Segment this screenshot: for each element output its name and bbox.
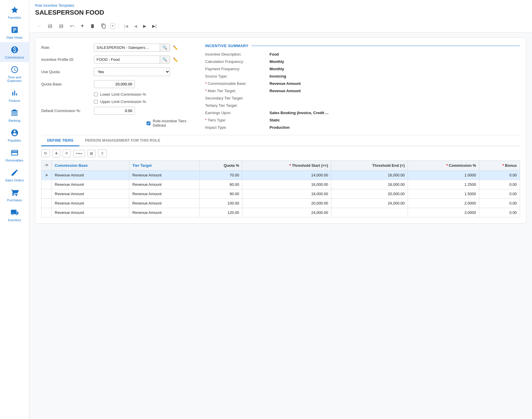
cell-threshold-end-0[interactable]: 16,000.00 (331, 171, 408, 180)
profile-id-search-button[interactable]: 🔍 (160, 56, 170, 63)
next-button[interactable]: ▶ (141, 23, 148, 30)
table-filter-button[interactable]: ⊠ (87, 150, 96, 157)
cell-threshold-start-2[interactable]: 18,000.00 (242, 189, 331, 199)
tab-define-tiers[interactable]: DEFINE TIERS (41, 135, 79, 146)
last-button[interactable]: ▶| (150, 23, 158, 30)
table-row[interactable]: Revenue Amount Revenue Amount 100.00 20,… (42, 199, 520, 208)
cell-quota-pct-2[interactable]: 90.00 (199, 189, 242, 199)
cell-bonus-1[interactable]: 0.00 (479, 180, 520, 189)
clock-icon (10, 65, 19, 74)
cell-commission-base-1[interactable]: Revenue Amount (52, 180, 129, 189)
toolbar: ← + ▾ |◀ ◀ ▶ ▶| (35, 19, 526, 32)
cell-tier-target-1[interactable]: Revenue Amount (129, 180, 200, 189)
default-commission-field (94, 107, 135, 115)
cell-threshold-start-0[interactable]: 14,000.00 (242, 171, 331, 180)
cell-commission-base-0[interactable]: Revenue Amount (52, 171, 129, 180)
summary-row-10: Impact Type: Production (205, 125, 520, 130)
tab-person-management[interactable]: PERSON MANAGEMENT FOR THIS ROLE (79, 135, 166, 146)
sidebar-item-time-expenses[interactable]: Time and Expenses (0, 62, 29, 85)
sidebar-item-favorites[interactable]: Favorites (0, 2, 29, 22)
summary-value-1: Monthly (270, 59, 284, 64)
first-button[interactable]: |◀ (122, 23, 130, 30)
table-fit-button[interactable]: ↦↤ (73, 150, 85, 157)
lower-limit-checkbox[interactable] (94, 92, 98, 96)
cell-commission-pct-2[interactable]: 1.5000 (408, 189, 479, 199)
sidebar-item-label: Finance (9, 99, 20, 102)
copy-dropdown[interactable]: ▾ (110, 23, 115, 29)
sidebar-item-receivables[interactable]: Receivables (0, 145, 29, 165)
cell-threshold-end-3[interactable]: 24,000.00 (331, 199, 408, 208)
use-quota-row: Use Quota: Yes No (41, 68, 193, 76)
cell-quota-pct-3[interactable]: 100.00 (199, 199, 242, 208)
sidebar-item-data-views[interactable]: Data Views (0, 22, 29, 42)
table-row[interactable]: > Revenue Amount Revenue Amount 70.00 14… (42, 171, 520, 180)
cell-bonus-3[interactable]: 0.00 (479, 199, 520, 208)
sidebar-item-sales-orders[interactable]: Sales Orders (0, 165, 29, 185)
profile-id-row: Incentive Profile ID: 🔍 ✏️ (41, 56, 193, 63)
cell-threshold-end-2[interactable]: 20,000.00 (331, 189, 408, 199)
save-button-2[interactable] (57, 22, 66, 30)
cell-tier-target-4[interactable]: Revenue Amount (129, 208, 200, 217)
table-row[interactable]: Revenue Amount Revenue Amount 90.00 18,0… (42, 189, 520, 199)
summary-label-3: Source Type: (205, 74, 270, 78)
undo-button[interactable] (68, 22, 77, 30)
upper-limit-checkbox[interactable] (94, 100, 98, 104)
cell-tier-target-2[interactable]: Revenue Amount (129, 189, 200, 199)
copy-button[interactable] (99, 22, 108, 30)
sidebar-item-banking[interactable]: Banking (0, 105, 29, 125)
summary-label-4: Commissionable Base: (205, 81, 270, 86)
cell-commission-pct-1[interactable]: 1.2500 (408, 180, 479, 189)
summary-label-1: Calculation Frequency: (205, 59, 270, 64)
role-incentive-tiers-label: Role-Incentive Tiers Defined (153, 119, 193, 128)
table-export-button[interactable]: ⇧ (98, 150, 107, 157)
save-button-1[interactable] (46, 22, 54, 30)
cell-commission-base-4[interactable]: Revenue Amount (52, 208, 129, 217)
purchases-icon (10, 188, 19, 197)
summary-label-8: Earnings Upon: (205, 111, 270, 115)
role-incentive-tiers-checkbox[interactable] (147, 121, 150, 125)
use-quota-select[interactable]: Yes No (94, 68, 170, 76)
default-commission-input[interactable] (94, 107, 135, 115)
cell-commission-pct-0[interactable]: 1.0000 (408, 171, 479, 180)
table-row[interactable]: Revenue Amount Revenue Amount 120.00 24,… (42, 208, 520, 217)
default-commission-label: Default Commission %: (41, 109, 94, 113)
delete-button[interactable] (88, 22, 97, 30)
sidebar-item-payables[interactable]: Payables (0, 125, 29, 145)
cell-threshold-start-3[interactable]: 20,000.00 (242, 199, 331, 208)
cell-quota-pct-4[interactable]: 120.00 (199, 208, 242, 217)
sidebar-item-commissions[interactable]: Commissions (0, 42, 29, 62)
refresh-button[interactable]: ↻ (41, 150, 50, 157)
table-row[interactable]: Revenue Amount Revenue Amount 80.00 16,0… (42, 180, 520, 189)
role-search-button[interactable]: 🔍 (160, 44, 170, 51)
cell-threshold-start-4[interactable]: 24,000.00 (242, 208, 331, 217)
cell-bonus-4[interactable]: 0.00 (479, 208, 520, 217)
table-add-button[interactable]: + (52, 149, 60, 157)
cell-threshold-start-1[interactable]: 16,000.00 (242, 180, 331, 189)
cell-commission-base-2[interactable]: Revenue Amount (52, 189, 129, 199)
cell-quota-pct-0[interactable]: 70.00 (199, 171, 242, 180)
add-button[interactable]: + (79, 22, 86, 30)
sidebar-item-inventory[interactable]: Inventory (0, 205, 29, 225)
profile-id-input[interactable] (94, 56, 160, 63)
cell-tier-target-0[interactable]: Revenue Amount (129, 171, 200, 180)
quota-base-row: Quota Base: (41, 80, 193, 88)
role-input[interactable] (94, 44, 160, 51)
cell-commission-base-3[interactable]: Revenue Amount (52, 199, 129, 208)
profile-id-edit-button[interactable]: ✏️ (172, 57, 179, 63)
cell-tier-target-3[interactable]: Revenue Amount (129, 199, 200, 208)
back-button[interactable]: ← (35, 22, 43, 30)
cell-bonus-0[interactable]: 0.00 (479, 171, 520, 180)
cell-commission-pct-4[interactable]: 3.0000 (408, 208, 479, 217)
sidebar-item-purchases[interactable]: Purchases (0, 185, 29, 205)
sidebar-item-finance[interactable]: Finance (0, 85, 29, 105)
cell-threshold-end-1[interactable]: 18,000.00 (331, 180, 408, 189)
role-edit-button[interactable]: ✏️ (172, 45, 179, 51)
prev-button[interactable]: ◀ (132, 23, 139, 30)
table-delete-button[interactable]: × (63, 149, 71, 157)
cell-quota-pct-1[interactable]: 80.00 (199, 180, 242, 189)
cell-threshold-end-4[interactable] (331, 208, 408, 217)
cell-bonus-2[interactable]: 0.00 (479, 189, 520, 199)
cell-commission-pct-3[interactable]: 2.0000 (408, 199, 479, 208)
breadcrumb[interactable]: Role Incentive Templates (35, 4, 526, 8)
quota-base-input[interactable] (94, 80, 135, 88)
